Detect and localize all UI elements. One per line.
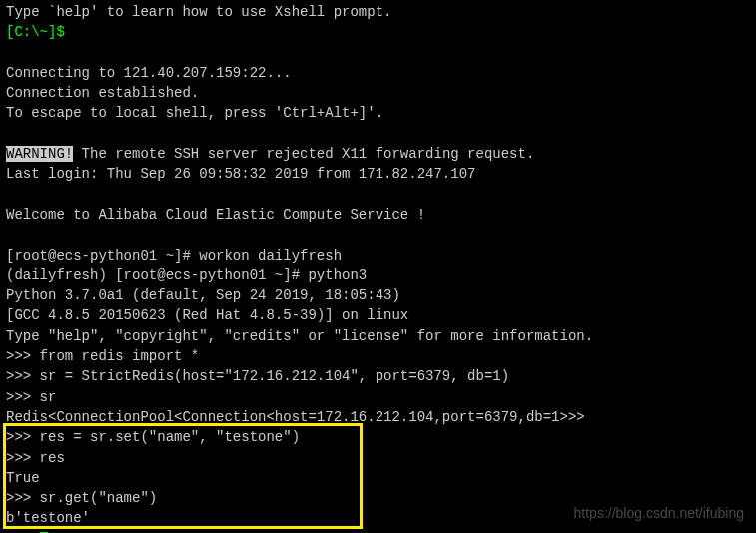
help-hint: Type `help' to learn how to use Xshell p… bbox=[6, 2, 750, 22]
gcc-line: [GCC 4.8.5 20150623 (Red Hat 4.8.5-39)] … bbox=[6, 305, 750, 325]
blank-line bbox=[6, 185, 750, 205]
shell-cmd-python3: (dailyfresh) [root@ecs-python01 ~]# pyth… bbox=[6, 266, 750, 285]
warning-badge: WARNING! bbox=[6, 146, 73, 162]
established-line: Connection established. bbox=[6, 83, 750, 103]
python-version: Python 3.7.0a1 (default, Sep 24 2019, 18… bbox=[6, 285, 750, 305]
blank-line bbox=[6, 225, 750, 245]
warning-line: WARNING! The remote SSH server rejected … bbox=[6, 144, 750, 164]
py-import: >>> from redis import * bbox=[6, 346, 750, 366]
py-res: >>> res bbox=[6, 448, 750, 468]
shell-cmd-workon: [root@ecs-python01 ~]# workon dailyfresh bbox=[6, 246, 750, 266]
local-prompt-path: [C:\~]$ bbox=[6, 24, 65, 40]
blank-line bbox=[6, 43, 750, 63]
watermark-text: https://blog.csdn.net/ifubing bbox=[574, 503, 744, 523]
py-true: True bbox=[6, 468, 750, 488]
py-repr: Redis<ConnectionPool<Connection<host=172… bbox=[6, 407, 750, 427]
connecting-line: Connecting to 121.40.207.159:22... bbox=[6, 63, 750, 83]
py-set: >>> res = sr.set("name", "testone") bbox=[6, 427, 750, 447]
py-sr: >>> sr bbox=[6, 387, 750, 407]
python-help-hint: Type "help", "copyright", "credits" or "… bbox=[6, 326, 750, 346]
escape-line: To escape to local shell, press 'Ctrl+Al… bbox=[6, 103, 750, 123]
warning-text: The remote SSH server rejected X11 forwa… bbox=[73, 146, 534, 162]
welcome-line: Welcome to Alibaba Cloud Elastic Compute… bbox=[6, 205, 750, 225]
py-prompt-cursor[interactable]: >>> bbox=[6, 529, 750, 533]
local-prompt: [C:\~]$ bbox=[6, 22, 750, 42]
py-strictredis: >>> sr = StrictRedis(host="172.16.212.10… bbox=[6, 366, 750, 386]
blank-line bbox=[6, 124, 750, 144]
terminal-output[interactable]: Type `help' to learn how to use Xshell p… bbox=[6, 2, 750, 533]
last-login-line: Last login: Thu Sep 26 09:58:32 2019 fro… bbox=[6, 164, 750, 184]
